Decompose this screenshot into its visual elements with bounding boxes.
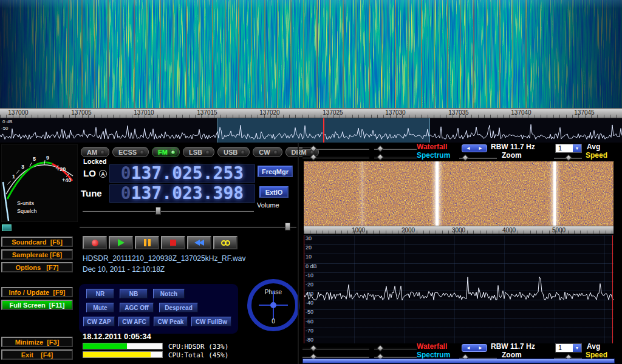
pause-icon — [144, 239, 151, 246]
audio-frequency-ruler[interactable]: 1000 2000 3000 4000 5000 — [304, 226, 613, 234]
prev-arrow-icon[interactable]: ◄ — [466, 346, 471, 351]
ruler-label: 137030 — [385, 109, 405, 116]
waterfall-label[interactable]: Waterfall — [417, 143, 447, 151]
main-frequency-ruler[interactable]: 137000 137005 137010 137015 137020 13702… — [0, 108, 622, 118]
soundcard-button[interactable]: Soundcard [F5] — [1, 237, 73, 247]
mute-button[interactable]: Mute — [86, 303, 114, 312]
cw-afc-button[interactable]: CW AFC — [118, 317, 150, 326]
agc-button[interactable]: AGC Off — [120, 303, 154, 312]
mode-ecss[interactable]: ECSS — [112, 147, 149, 157]
s-meter-tick-label: 3 — [21, 164, 24, 170]
chevron-down-icon[interactable]: ▼ — [573, 144, 581, 152]
dsp-panel: NR NB Notch Mute AGC Off Despread CW ZAP… — [79, 284, 238, 334]
spectrum-pan-scrollbar[interactable] — [302, 359, 615, 363]
band-pager[interactable]: ◄ ► — [462, 144, 487, 152]
waterfall-lower-level-slider[interactable] — [374, 347, 417, 349]
vfo-a-badge[interactable]: A — [99, 170, 107, 178]
avg-dropdown[interactable]: 1 ▼ — [555, 144, 582, 153]
avg-dropdown[interactable]: 1 ▼ — [555, 343, 582, 352]
phase-value: 0 — [251, 318, 295, 325]
lo-frequency-display[interactable]: 0137.025.253 — [109, 164, 255, 183]
main-spectrum-display[interactable]: 0 dB -50 — [0, 118, 622, 143]
spectrum-upper-level-slider[interactable] — [302, 356, 369, 358]
spectrum-lower-level-slider[interactable] — [374, 356, 417, 358]
waterfall-lower-level-slider[interactable] — [374, 147, 417, 150]
mode-label: ECSS — [118, 149, 137, 156]
spectrum-label[interactable]: Spectrum — [417, 351, 450, 359]
slider-handle[interactable] — [310, 345, 316, 351]
freqmgr-button[interactable]: FreqMgr — [258, 166, 293, 177]
fullscreen-button[interactable]: Full Screen [F11] — [1, 300, 73, 310]
slider-handle[interactable] — [565, 154, 572, 161]
cw-peak-button[interactable]: CW Peak — [154, 317, 188, 326]
audio-waterfall-display[interactable] — [304, 161, 613, 226]
mode-cw[interactable]: CW — [253, 147, 282, 157]
stop-button[interactable] — [161, 236, 185, 249]
minimize-button[interactable]: Minimize [F3] — [1, 337, 73, 347]
notch-button[interactable]: Notch — [153, 289, 185, 298]
waterfall-upper-level-slider[interactable] — [302, 347, 369, 349]
mode-fm[interactable]: FM — [152, 147, 180, 157]
info-update-button[interactable]: Info / Update [F9] — [1, 287, 73, 297]
ruler-label: 137020 — [259, 109, 279, 116]
slider-handle[interactable] — [310, 145, 316, 152]
squelch-label[interactable]: Squelch — [17, 208, 37, 214]
tuning-slider[interactable] — [80, 225, 296, 228]
volume-slider[interactable] — [83, 209, 254, 212]
loop-button[interactable] — [213, 236, 238, 249]
speed-slider[interactable] — [554, 157, 582, 159]
options-button[interactable]: Options [F7] — [1, 262, 73, 272]
play-button[interactable] — [109, 236, 133, 249]
ruler-label: 3000 — [452, 227, 465, 234]
next-arrow-icon[interactable]: ► — [478, 146, 483, 151]
tune-frequency-display[interactable]: 0137.023.398 — [109, 184, 255, 203]
mode-usb[interactable]: USB — [217, 147, 250, 157]
rewind-button[interactable] — [187, 236, 211, 249]
exit-button[interactable]: Exit [F4] — [1, 349, 73, 360]
spectrum-upper-level-slider[interactable] — [302, 156, 369, 158]
waterfall-label[interactable]: Waterfall — [417, 342, 447, 351]
main-spectrum-trace — [0, 118, 622, 143]
extio-button[interactable]: ExtIO — [259, 186, 289, 198]
cw-zap-button[interactable]: CW ZAP — [83, 317, 115, 326]
slider-handle[interactable] — [462, 154, 468, 161]
db-tick: -10 — [306, 273, 317, 278]
despread-button[interactable]: Despread — [159, 303, 198, 312]
clock-datetime: 18.12.2011 0:05:34 — [83, 332, 151, 341]
samplerate-button[interactable]: Samplerate [F6] — [1, 249, 73, 260]
cpu-hdsdr-fill — [83, 343, 127, 349]
main-waterfall-display[interactable] — [0, 0, 622, 108]
nb-button[interactable]: NB — [120, 289, 148, 298]
slider-handle[interactable] — [377, 153, 383, 160]
next-arrow-icon[interactable]: ► — [478, 346, 483, 351]
zoom-label: Zoom — [502, 151, 522, 160]
s-meter-tick-label: 9 — [46, 155, 49, 161]
cw-fullbw-button[interactable]: CW FullBw — [191, 317, 231, 326]
nr-button[interactable]: NR — [86, 289, 114, 298]
spectrum-edge-marker — [304, 235, 304, 343]
mode-lsb[interactable]: LSB — [183, 147, 214, 157]
pause-button[interactable] — [135, 236, 159, 249]
avg-dropdown-value: 1 — [556, 144, 573, 152]
spectrum-label[interactable]: Spectrum — [417, 151, 450, 160]
record-button[interactable] — [83, 236, 107, 249]
mini-button[interactable] — [2, 224, 12, 231]
slider-handle[interactable] — [377, 345, 383, 351]
chevron-down-icon[interactable]: ▼ — [573, 344, 581, 352]
cpu-hdsdr-bar — [83, 343, 163, 349]
zoom-slider[interactable] — [459, 157, 497, 159]
volume-slider-handle[interactable] — [156, 207, 161, 215]
slider-handle[interactable] — [310, 153, 316, 160]
db-scale: 30 20 10 0 dB -10 -20 -30 -40 -50 -60 -7… — [306, 235, 317, 343]
audio-spectrum-trace — [304, 235, 613, 343]
ruler-label: 137040 — [511, 109, 531, 116]
mode-am[interactable]: AM — [81, 147, 109, 157]
audio-spectrum-display[interactable]: 30 20 10 0 dB -10 -20 -30 -40 -50 -60 -7… — [304, 235, 613, 343]
spectrum-lower-level-slider[interactable] — [374, 156, 417, 158]
slider-handle[interactable] — [377, 145, 383, 152]
mode-label: FM — [158, 149, 168, 156]
waterfall-upper-level-slider[interactable] — [302, 147, 369, 150]
prev-arrow-icon[interactable]: ◄ — [466, 146, 471, 151]
tuning-slider-handle[interactable] — [285, 223, 290, 231]
band-pager[interactable]: ◄ ► — [462, 344, 487, 352]
